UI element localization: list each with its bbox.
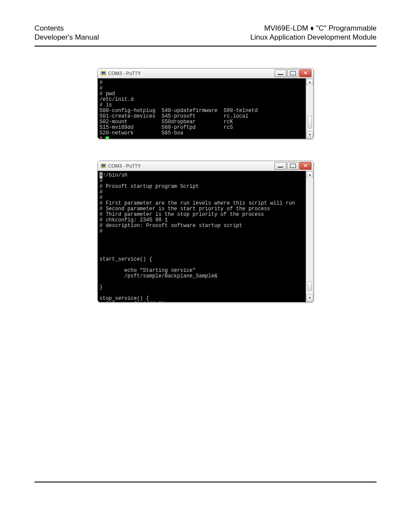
header-left-line1: Contents [34, 24, 99, 33]
window-titlebar[interactable]: COM3 - PuTTY [98, 68, 313, 78]
scroll-up-arrow-icon[interactable]: ▴ [306, 171, 313, 178]
scrollbar[interactable]: ▴ ▾ [306, 78, 313, 139]
maximize-button[interactable] [287, 162, 299, 170]
window-title: COM3 - PuTTY [108, 71, 141, 76]
minimize-button[interactable] [274, 69, 286, 77]
putty-window-2: COM3 - PuTTY #!/bin/sh # # Prosoft start… [97, 161, 314, 302]
svg-rect-1 [102, 72, 106, 74]
header-right-line2: Linux Application Development Module [250, 33, 377, 42]
scroll-track[interactable] [307, 178, 313, 295]
minimize-button[interactable] [274, 162, 286, 170]
svg-rect-4 [102, 164, 106, 166]
terminal-output[interactable]: #!/bin/sh # # Prosoft startup program Sc… [98, 171, 306, 302]
svg-rect-2 [102, 74, 106, 75]
window-title: COM3 - PuTTY [108, 163, 141, 168]
scroll-down-arrow-icon[interactable]: ▾ [306, 131, 313, 138]
putty-icon [100, 70, 106, 76]
maximize-button[interactable] [287, 69, 299, 77]
window-buttons [274, 69, 311, 77]
scroll-up-arrow-icon[interactable]: ▴ [306, 79, 313, 86]
putty-icon [100, 163, 106, 169]
header-rule [34, 46, 377, 47]
window-buttons [274, 162, 311, 170]
page-header: Contents Developer's Manual MVI69E-LDM ♦… [34, 24, 377, 46]
close-button[interactable] [299, 69, 311, 77]
scroll-track[interactable] [307, 85, 313, 132]
header-right-line1: MVI69E-LDM ♦ "C" Programmable [250, 24, 377, 33]
close-button[interactable] [299, 162, 311, 170]
svg-rect-5 [102, 167, 106, 167]
scroll-down-arrow-icon[interactable]: ▾ [306, 295, 313, 302]
window-titlebar[interactable]: COM3 - PuTTY [98, 161, 313, 171]
terminal-output[interactable]: # # # pwd /etc/init.d # ls S00-config-ho… [98, 78, 306, 139]
scroll-thumb[interactable] [308, 115, 312, 128]
scrollbar[interactable]: ▴ ▾ [306, 171, 313, 302]
header-left-line2: Developer's Manual [34, 33, 99, 42]
header-left: Contents Developer's Manual [34, 24, 99, 42]
putty-window-1: COM3 - PuTTY # # # pwd /etc/init.d # ls … [97, 68, 314, 139]
header-right: MVI69E-LDM ♦ "C" Programmable Linux Appl… [250, 24, 377, 42]
document-page: Contents Developer's Manual MVI69E-LDM ♦… [0, 0, 411, 532]
scroll-thumb[interactable] [308, 281, 312, 291]
footer-rule [34, 482, 377, 482]
